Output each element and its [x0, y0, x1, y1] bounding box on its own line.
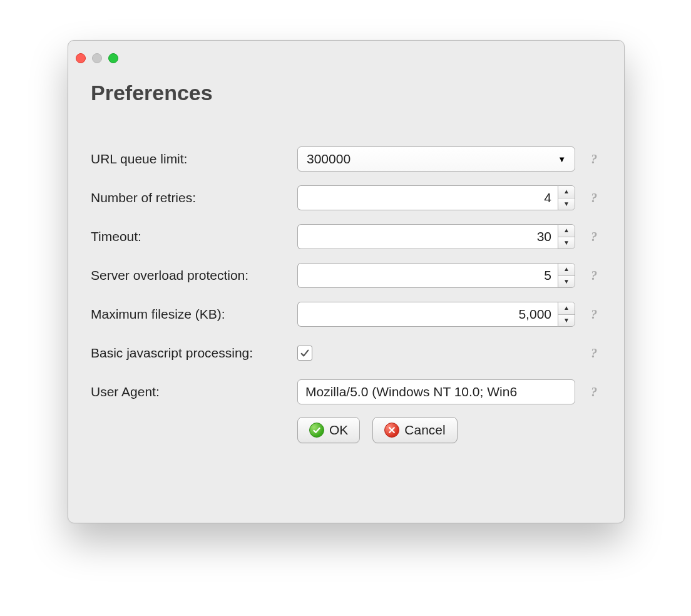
help-icon[interactable]: ?: [591, 307, 597, 322]
help-icon[interactable]: ?: [591, 191, 597, 205]
close-window-button[interactable]: [76, 53, 86, 63]
ok-check-icon: [309, 423, 324, 438]
row-overload: Server overload protection: ▲ ▼ ?: [91, 262, 618, 289]
url-queue-limit-value: 300000: [307, 151, 351, 167]
label-retries: Number of retries:: [91, 190, 297, 205]
help-icon[interactable]: ?: [591, 269, 597, 283]
timeout-step-up[interactable]: ▲: [558, 225, 575, 237]
ok-button[interactable]: OK: [297, 417, 360, 443]
row-timeout: Timeout: ▲ ▼ ?: [91, 223, 618, 250]
cancel-button-label: Cancel: [404, 423, 445, 438]
minimize-window-button[interactable]: [92, 53, 102, 63]
label-overload: Server overload protection:: [91, 268, 297, 283]
help-icon[interactable]: ?: [591, 152, 597, 167]
label-js-processing: Basic javascript processing:: [91, 346, 297, 361]
row-url-queue-limit: URL queue limit: 300000 ▼ ?: [91, 145, 618, 173]
timeout-step-down[interactable]: ▼: [558, 237, 575, 249]
cancel-x-icon: [384, 423, 399, 438]
retries-step-down[interactable]: ▼: [558, 198, 575, 210]
help-icon[interactable]: ?: [591, 346, 597, 361]
ok-button-label: OK: [329, 423, 348, 438]
retries-input[interactable]: [297, 185, 558, 210]
overload-spinner[interactable]: ▲ ▼: [297, 263, 575, 288]
timeout-input[interactable]: [297, 224, 558, 249]
max-filesize-step-down[interactable]: ▼: [558, 315, 575, 327]
page-title: Preferences: [68, 63, 624, 111]
max-filesize-input[interactable]: [297, 302, 558, 327]
check-icon: [300, 349, 309, 357]
user-agent-input[interactable]: [297, 379, 575, 404]
timeout-spinner[interactable]: ▲ ▼: [297, 224, 575, 249]
dropdown-arrow-icon: ▼: [558, 155, 566, 164]
max-filesize-spinner[interactable]: ▲ ▼: [297, 302, 575, 327]
help-icon[interactable]: ?: [591, 230, 597, 244]
max-filesize-step-up[interactable]: ▲: [558, 302, 575, 315]
label-user-agent: User Agent:: [91, 384, 297, 399]
preferences-window: Preferences URL queue limit: 300000 ▼ ? …: [68, 40, 625, 523]
label-timeout: Timeout:: [91, 229, 297, 244]
row-js-processing: Basic javascript processing: ?: [91, 339, 618, 367]
retries-spinner[interactable]: ▲ ▼: [297, 185, 575, 210]
js-processing-checkbox[interactable]: [297, 346, 312, 361]
overload-input[interactable]: [297, 263, 558, 288]
overload-step-down[interactable]: ▼: [558, 276, 575, 288]
label-url-queue-limit: URL queue limit:: [91, 151, 297, 167]
retries-step-up[interactable]: ▲: [558, 186, 575, 198]
button-row: OK Cancel: [297, 417, 575, 443]
form: URL queue limit: 300000 ▼ ? Number of re…: [68, 111, 624, 443]
help-icon[interactable]: ?: [591, 385, 597, 399]
row-max-filesize: Maximum filesize (KB): ▲ ▼ ?: [91, 300, 618, 328]
cancel-button[interactable]: Cancel: [372, 417, 457, 443]
titlebar: [68, 41, 624, 63]
url-queue-limit-select[interactable]: 300000 ▼: [297, 146, 575, 172]
zoom-window-button[interactable]: [108, 53, 118, 63]
overload-step-up[interactable]: ▲: [558, 264, 575, 276]
row-user-agent: User Agent: ?: [91, 378, 618, 406]
row-retries: Number of retries: ▲ ▼ ?: [91, 184, 618, 212]
label-max-filesize: Maximum filesize (KB):: [91, 307, 297, 322]
